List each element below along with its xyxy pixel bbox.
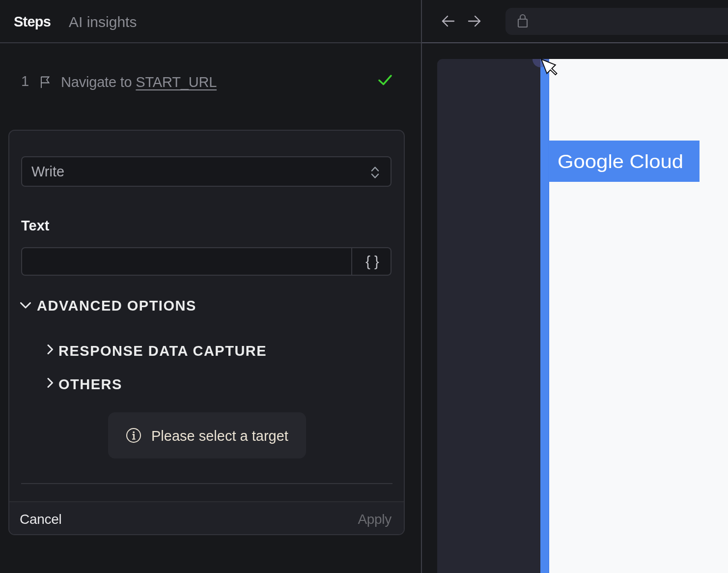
svg-text:Google Cloud: Google Cloud: [558, 151, 683, 172]
